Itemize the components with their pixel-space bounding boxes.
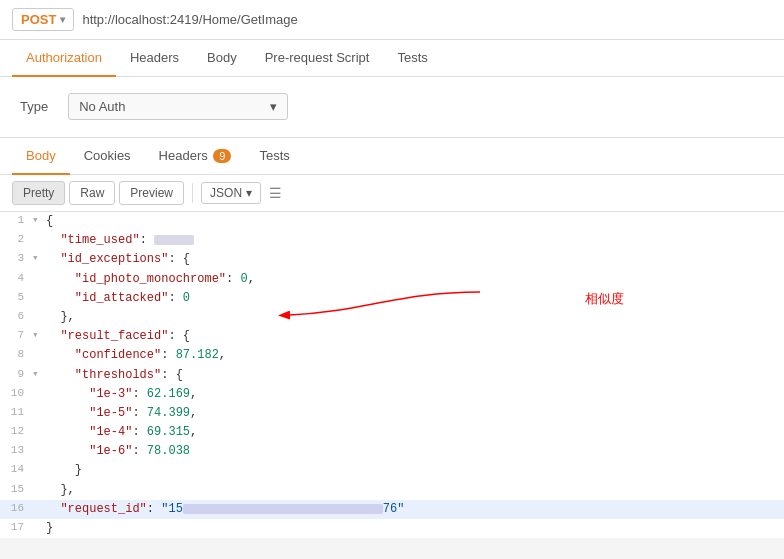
- format-type-chevron: ▾: [246, 186, 252, 200]
- headers-badge: 9: [213, 149, 231, 163]
- method-chevron: ▾: [60, 14, 65, 25]
- request-tabs-row: Authorization Headers Body Pre-request S…: [0, 40, 784, 77]
- auth-tab-content: Type No Auth ▾: [0, 77, 784, 137]
- auth-type-chevron: ▾: [270, 99, 277, 114]
- auth-type-select[interactable]: No Auth ▾: [68, 93, 288, 120]
- code-line: 8 "confidence": 87.182,: [0, 346, 784, 365]
- code-line: 14 }: [0, 461, 784, 480]
- auth-type-value: No Auth: [79, 99, 125, 114]
- tab-tests-request[interactable]: Tests: [383, 40, 441, 77]
- code-line: 12 "1e-4": 69.315,: [0, 423, 784, 442]
- code-annotation-container: 1 ▾ { 2 "time_used": 3 ▾ "id_exceptions"…: [0, 212, 784, 538]
- code-line: 17 }: [0, 519, 784, 538]
- method-label: POST: [21, 12, 56, 27]
- response-tab-cookies[interactable]: Cookies: [70, 138, 145, 175]
- code-line: 1 ▾ {: [0, 212, 784, 231]
- code-line: 3 ▾ "id_exceptions": {: [0, 250, 784, 269]
- response-tab-tests[interactable]: Tests: [245, 138, 303, 175]
- format-divider: [192, 183, 193, 203]
- request-panel: Authorization Headers Body Pre-request S…: [0, 40, 784, 138]
- format-preview-button[interactable]: Preview: [119, 181, 184, 205]
- code-line: 11 "1e-5": 74.399,: [0, 404, 784, 423]
- code-line-16: 16 "request_id": "1576": [0, 500, 784, 519]
- tab-body-request[interactable]: Body: [193, 40, 251, 77]
- code-line: 7 ▾ "result_faceid": {: [0, 327, 784, 346]
- top-bar: POST ▾: [0, 0, 784, 40]
- blur-time-used: [154, 235, 194, 245]
- response-tab-body[interactable]: Body: [12, 138, 70, 175]
- response-tabs-row: Body Cookies Headers 9 Tests: [0, 138, 784, 175]
- code-line: 4 "id_photo_monochrome": 0,: [0, 270, 784, 289]
- format-bar: Pretty Raw Preview JSON ▾ ☰: [0, 175, 784, 212]
- format-raw-button[interactable]: Raw: [69, 181, 115, 205]
- response-panel: Body Cookies Headers 9 Tests Pretty Raw …: [0, 138, 784, 538]
- format-pretty-button[interactable]: Pretty: [12, 181, 65, 205]
- code-area: 1 ▾ { 2 "time_used": 3 ▾ "id_exceptions"…: [0, 212, 784, 538]
- code-line: 9 ▾ "thresholds": {: [0, 366, 784, 385]
- format-type-label: JSON: [210, 186, 242, 200]
- filter-icon[interactable]: ☰: [265, 183, 286, 203]
- annotation-label: 相似度: [585, 290, 624, 308]
- tab-authorization[interactable]: Authorization: [12, 40, 116, 77]
- code-line: 2 "time_used":: [0, 231, 784, 250]
- code-line: 10 "1e-3": 62.169,: [0, 385, 784, 404]
- tab-pre-request-script[interactable]: Pre-request Script: [251, 40, 384, 77]
- method-selector[interactable]: POST ▾: [12, 8, 74, 31]
- blur-request-id: [183, 504, 383, 514]
- response-tab-headers[interactable]: Headers 9: [145, 138, 246, 175]
- code-line: 15 },: [0, 481, 784, 500]
- code-line: 5 "id_attacked": 0: [0, 289, 784, 308]
- format-type-selector[interactable]: JSON ▾: [201, 182, 261, 204]
- url-input[interactable]: [82, 12, 772, 27]
- code-line: 13 "1e-6": 78.038: [0, 442, 784, 461]
- code-line: 6 },: [0, 308, 784, 327]
- tab-headers[interactable]: Headers: [116, 40, 193, 77]
- type-label: Type: [20, 99, 48, 114]
